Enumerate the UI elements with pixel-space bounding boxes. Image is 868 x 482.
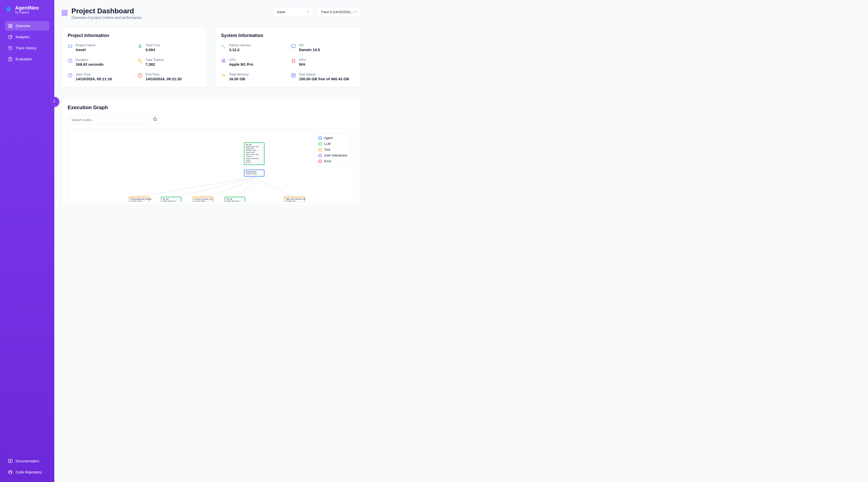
main-content: Project Dashboard Overview of project me… — [54, 0, 368, 204]
svg-point-29 — [292, 74, 295, 75]
svg-rect-3 — [11, 26, 12, 28]
trace-select[interactable]: Trace 5 (14/10/2024,... — [317, 7, 361, 17]
graph-node-flight-price[interactable]: flight_price_estimator_tool Duration: 0m… — [284, 197, 305, 202]
metric-gpu: GPUN/A — [291, 58, 355, 66]
svg-rect-8 — [65, 13, 67, 16]
metric-start-time: Start Time14/10/2024, 09:11:18 — [68, 72, 131, 81]
svg-rect-2 — [8, 26, 10, 28]
metric-cpu: CPUApple M1 Pro — [221, 58, 285, 66]
legend-user-interaction: User Interaction — [318, 153, 347, 157]
graph-node-plan-itinerary[interactable]: ItineraryAgent.plan_itinerary Duration: … — [129, 197, 150, 202]
metric-total-tokens: Total Tokens7,382 — [137, 58, 202, 66]
sidebar-item-label: Trace History — [16, 46, 36, 50]
graph-node-llm-call-3[interactable]: llm_call Model: gpt-4o-mini-2024-07-18 D… — [224, 197, 245, 202]
cpu-icon — [221, 58, 226, 63]
legend-swatch-icon — [318, 137, 321, 140]
trace-select-value: Trace 5 (14/10/2024,... — [321, 10, 354, 14]
legend-swatch-icon — [318, 148, 321, 151]
legend-tool: Tool — [318, 148, 347, 151]
metric-disk: Disk Space150.00 GB free of 460.43 GB — [291, 72, 355, 81]
memory-icon — [221, 73, 226, 78]
svg-rect-5 — [62, 10, 64, 12]
graph-node-llm-call[interactable]: llm_call Model: gpt-4o-mini-2024-07-18 D… — [244, 142, 265, 165]
sidebar-item-analytics[interactable]: Analytics — [5, 32, 49, 42]
dashboard-icon — [8, 24, 12, 28]
database-icon — [291, 73, 296, 78]
graph-canvas[interactable]: llm_call Model: gpt-4o-mini-2024-07-18 D… — [68, 129, 355, 202]
folder-icon — [68, 44, 73, 49]
svg-rect-0 — [8, 24, 10, 25]
graph-node-currency-converter[interactable]: currency_converter_tool Duration: 598ms … — [193, 197, 213, 202]
history-icon — [8, 46, 12, 50]
project-select[interactable]: travel — [273, 7, 314, 17]
metric-memory: Total Memory16.00 GB — [221, 72, 285, 81]
svg-rect-19 — [223, 60, 224, 62]
graph-legend: Agent LLM Tool User Interaction Error — [315, 133, 351, 166]
page-subtitle: Overview of project metrics and performa… — [71, 16, 142, 20]
sidebar: AgentNeo by RagaAI Overview Analytics Tr… — [0, 0, 54, 204]
execution-graph-card: Execution Graph llm_call Model: gpt-4o-m… — [61, 98, 361, 204]
sidebar-item-trace-history[interactable]: Trace History — [5, 43, 49, 53]
graph-node-llm-call-2[interactable]: llm_call Model: gpt-4o-mini-2024-07-18 D… — [161, 197, 182, 202]
sidebar-item-overview[interactable]: Overview — [5, 21, 49, 31]
svg-line-31 — [156, 120, 157, 121]
legend-agent: Agent — [318, 136, 347, 140]
legend-swatch-icon — [318, 142, 321, 145]
metric-duration: Duration168.63 seconds — [68, 58, 131, 66]
terminal-icon — [221, 44, 226, 49]
svg-rect-7 — [62, 13, 64, 16]
svg-point-30 — [154, 118, 156, 121]
legend-swatch-icon — [318, 160, 321, 163]
metric-os: OSDarwin 14.5 — [291, 43, 355, 52]
clock-icon — [68, 73, 73, 78]
monitor-icon — [291, 44, 296, 49]
clock-icon — [68, 58, 73, 63]
sidebar-item-label: Analytics — [16, 35, 30, 39]
metric-total-cost: Total Cost0.004 — [137, 43, 202, 52]
search-icon — [153, 117, 157, 122]
system-info-title: System Information — [221, 33, 355, 38]
clipboard-check-icon — [8, 57, 12, 61]
system-info-card: System Information Python Version3.12.2 … — [215, 27, 361, 87]
brand-title: AgentNeo — [15, 5, 39, 10]
clock-icon — [137, 73, 143, 78]
page-header: Project Dashboard Overview of project me… — [61, 7, 361, 20]
metric-end-time: End Time14/10/2024, 09:21:20 — [137, 72, 202, 81]
sidebar-item-label: Overview — [16, 24, 30, 28]
graph-edges — [68, 129, 354, 202]
chevron-down-icon — [354, 10, 357, 14]
brand: AgentNeo by RagaAI — [5, 5, 49, 14]
svg-rect-22 — [292, 59, 295, 63]
chevron-down-icon — [306, 10, 310, 14]
project-select-value: travel — [277, 10, 285, 14]
project-info-card: Project Information Project Nametravel T… — [61, 27, 208, 87]
svg-rect-18 — [222, 59, 225, 62]
execution-graph-title: Execution Graph — [68, 104, 355, 111]
metric-python: Python Version3.12.2 — [221, 43, 285, 52]
sidebar-item-label: Evaluation — [16, 57, 32, 61]
sidebar-nav: Overview Analytics Trace History Evaluat… — [5, 21, 49, 64]
svg-rect-6 — [65, 10, 67, 12]
graph-node-itinerary-agent[interactable]: ItineraryAgent Duration: 53.20s — [244, 170, 265, 177]
legend-error: Error — [318, 159, 347, 163]
sidebar-item-evaluation[interactable]: Evaluation — [5, 54, 49, 64]
search-button[interactable] — [151, 115, 160, 124]
legend-swatch-icon — [318, 154, 321, 157]
coins-icon — [137, 58, 143, 63]
svg-rect-4 — [9, 57, 11, 58]
brand-logo-icon — [5, 6, 12, 13]
svg-rect-1 — [11, 24, 12, 25]
chevron-left-icon — [52, 99, 57, 104]
legend-llm: LLM — [318, 142, 347, 146]
page-title: Project Dashboard — [71, 7, 142, 15]
brand-subtitle: by RagaAI — [15, 10, 39, 14]
chip-icon — [291, 58, 296, 63]
metric-project-name: Project Nametravel — [68, 43, 131, 52]
dollar-icon — [137, 44, 143, 49]
project-info-title: Project Information — [68, 33, 202, 38]
search-nodes-input[interactable] — [68, 115, 148, 124]
svg-rect-15 — [292, 44, 296, 47]
pie-chart-icon — [8, 35, 12, 39]
sidebar-collapse-button[interactable] — [49, 97, 59, 107]
dashboard-icon — [61, 9, 68, 17]
